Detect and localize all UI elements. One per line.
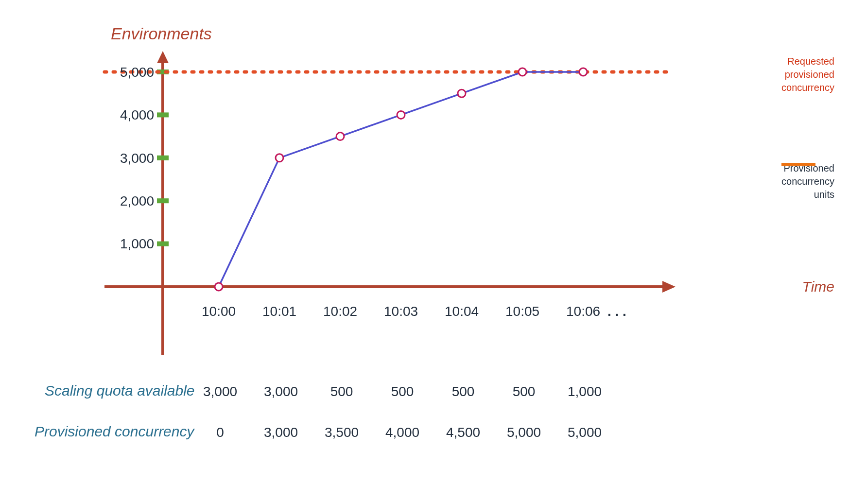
table-row-label-scaling: Scaling quota available	[45, 382, 195, 399]
x-tick-label: 10:00	[202, 304, 236, 319]
data-marker	[579, 68, 587, 76]
data-line	[219, 72, 583, 287]
y-tick-label: 5,000	[120, 65, 154, 80]
legend-provisioned-text: Provisionedconcurrencyunits	[781, 162, 834, 201]
table-cell: 1,000	[563, 384, 606, 400]
legend-prov-swatch	[781, 162, 815, 167]
x-ellipsis: . . .	[607, 304, 626, 319]
data-marker	[336, 133, 344, 140]
table-cell: 500	[502, 384, 546, 400]
data-marker	[519, 68, 526, 76]
x-tick-label: 10:04	[445, 304, 479, 319]
chart-container: Environments Time 1,000 2,000 3,000 4,00…	[15, 15, 834, 489]
table-cell: 500	[381, 384, 424, 400]
y-tick-label: 1,000	[120, 236, 154, 252]
table-cell: 3,000	[259, 425, 303, 440]
x-axis-arrow	[662, 281, 676, 293]
table-cell: 5,000	[563, 425, 606, 440]
table-row-label-provisioned: Provisioned concurrency	[35, 423, 194, 440]
y-tick-mark	[157, 242, 169, 246]
x-tick-label: 10:03	[384, 304, 418, 319]
chart-svg	[15, 15, 834, 489]
x-tick-label: 10:06	[566, 304, 600, 319]
legend-requested: Requestedprovisionedconcurrency	[781, 55, 834, 94]
legend-requested-text: Requestedprovisionedconcurrency	[781, 55, 834, 94]
y-tick-label: 4,000	[120, 107, 154, 123]
table-cell: 4,500	[441, 425, 485, 440]
x-tick-label: 10:02	[323, 304, 357, 319]
table-cell: 3,000	[198, 384, 242, 400]
y-tick-label: 2,000	[120, 193, 154, 209]
data-marker	[276, 154, 283, 162]
x-tick-label: 10:01	[262, 304, 296, 319]
y-axis-arrow	[157, 51, 169, 63]
y-tick-label: 3,000	[120, 151, 154, 166]
y-tick-mark	[157, 156, 169, 160]
table-cell: 4,000	[381, 425, 424, 440]
table-cell: 3,500	[320, 425, 364, 440]
y-tick-mark	[157, 112, 169, 117]
legend-provisioned: Provisionedconcurrencyunits	[781, 162, 834, 201]
x-tick-label: 10:05	[505, 304, 539, 319]
table-cell: 500	[441, 384, 485, 400]
table-cell: 500	[320, 384, 364, 400]
data-marker	[458, 89, 466, 97]
data-marker	[397, 111, 405, 119]
table-cell: 0	[198, 425, 242, 440]
table-cell: 5,000	[502, 425, 546, 440]
y-tick-mark	[157, 198, 169, 203]
table-cell: 3,000	[259, 384, 303, 400]
data-marker	[215, 283, 223, 291]
